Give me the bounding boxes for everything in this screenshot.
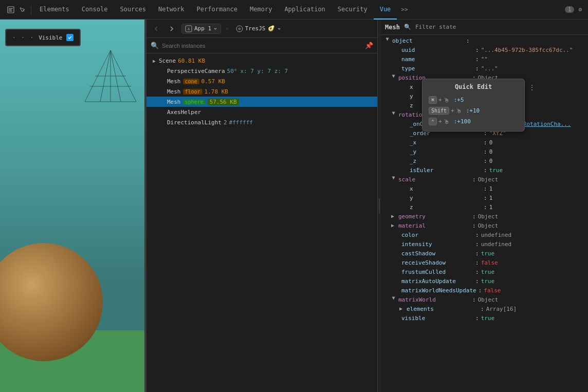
tree-item-camera[interactable]: PerspectiveCamera 50° x: 7 y: 7 z: 7: [146, 66, 377, 76]
scale-z-key: z: [410, 204, 482, 211]
tree-item-light[interactable]: DirectionalLight 2 #ffffff: [146, 117, 377, 127]
material-expand-icon[interactable]: ▶: [391, 222, 396, 228]
search-icon: 🔍: [151, 42, 159, 49]
mau-key: matrixAutoUpdate: [401, 278, 473, 285]
mw-val: Object: [478, 296, 499, 303]
nav-forward-button[interactable]: [166, 23, 177, 34]
position-expand-icon[interactable]: ▶: [391, 75, 397, 80]
pin-icon[interactable]: 📌: [365, 42, 373, 49]
light-hash: #ffffff: [229, 119, 253, 126]
plus-2: +: [451, 107, 454, 114]
intensity-key: intensity: [401, 241, 473, 248]
prop-matrix-world[interactable]: ▶ matrixWorld : Object: [381, 296, 588, 305]
scene-collapse-icon[interactable]: ▶: [151, 57, 158, 64]
floor-size: 1.78 KB: [205, 88, 228, 95]
canvas-resize-handle[interactable]: [144, 20, 146, 392]
quick-edit-row-2[interactable]: Shift + 🖱 :+10: [427, 105, 520, 116]
rot-z-val: 0: [489, 158, 493, 164]
kbd-ctrl: ⌃: [429, 118, 437, 125]
tab-more[interactable]: >>: [397, 0, 412, 20]
color-val: undefined: [481, 232, 512, 238]
tree-item-mesh-floor[interactable]: Mesh floor 1.78 KB: [146, 86, 377, 97]
tree-content: ▶ Scene 60.81 KB PerspectiveCamera 50° x…: [146, 53, 377, 392]
prop-color[interactable]: color : undefined: [381, 231, 588, 240]
prop-type[interactable]: type : "...": [381, 65, 588, 74]
prop-uuid[interactable]: uuid : "...4b45-972b-385fcc67dc..": [381, 46, 588, 55]
prop-scale-y[interactable]: y : 1: [381, 194, 588, 203]
tree-item-mesh-cone[interactable]: Mesh cone 0.57 KB: [146, 76, 377, 86]
scene-label: Scene: [159, 58, 176, 64]
app-selector[interactable]: A App 1: [181, 24, 221, 34]
object-expand-icon[interactable]: ▶: [385, 38, 391, 43]
prop-scale-z[interactable]: z : 1: [381, 203, 588, 213]
tab-application[interactable]: Application: [278, 0, 331, 20]
search-bar: 🔍 📌: [146, 38, 377, 53]
rotation-expand-icon[interactable]: ▶: [391, 112, 397, 117]
prop-cast-shadow[interactable]: castShadow : true: [381, 250, 588, 259]
tab-elements[interactable]: Elements: [33, 0, 76, 20]
elements-panel-icon[interactable]: [6, 5, 15, 14]
devtools-root: Elements Console Sources Network Perform…: [0, 0, 588, 392]
search-input[interactable]: [162, 43, 362, 49]
tab-sources[interactable]: Sources: [114, 0, 152, 20]
tab-badge: 1: [565, 6, 574, 13]
scale-expand-icon[interactable]: ▶: [391, 177, 397, 182]
pos-x-more-btn[interactable]: ⋮: [528, 84, 536, 91]
tab-end: 1 ⚙: [565, 6, 586, 13]
tab-security[interactable]: Security: [332, 0, 374, 20]
nav-back-button[interactable]: [151, 23, 162, 34]
camera-label: PerspectiveCamera: [167, 68, 225, 74]
scale-x-key: x: [410, 185, 482, 192]
visible-val: true: [481, 315, 495, 322]
prop-object[interactable]: ▶ object :: [381, 37, 588, 46]
prop-matrix-world-needs-update[interactable]: matrixWorldNeedsUpdate : false: [381, 287, 588, 296]
tab-performance[interactable]: Performance: [191, 0, 244, 20]
quick-edit-row-3[interactable]: ⌃ + 🖱 :+100: [427, 116, 520, 127]
tres-chevron-icon: [277, 27, 281, 31]
prop-rot-y[interactable]: _y : 0: [381, 148, 588, 157]
tree-panel: A App 1 › TresJS 🥑 🔍 📌: [146, 20, 378, 392]
type-key: type: [401, 65, 473, 72]
prop-rot-z[interactable]: _z : 0: [381, 157, 588, 166]
prop-receive-shadow[interactable]: receiveShadow : false: [381, 259, 588, 268]
tree-item-scene[interactable]: ▶ Scene 60.81 KB: [146, 55, 377, 66]
tab-console[interactable]: Console: [76, 0, 114, 20]
geometry-expand-icon[interactable]: ▶: [391, 213, 396, 219]
prop-scale[interactable]: ▶ scale : Object: [381, 176, 588, 185]
elements-expand-icon[interactable]: ▶: [399, 306, 405, 311]
euler-key: isEuler: [410, 167, 482, 174]
plus-1: +: [438, 97, 442, 103]
quick-edit-row-1[interactable]: ⌘ + 🖱 :+5: [427, 95, 520, 105]
quick-edit-val-1: :+5: [454, 97, 464, 103]
prop-name[interactable]: name : "": [381, 55, 588, 65]
props-search-icon[interactable]: 🔍: [404, 24, 411, 30]
prop-rot-x[interactable]: _x : 0: [381, 139, 588, 148]
prop-frustum-culled[interactable]: frustumCulled : true: [381, 268, 588, 277]
prop-scale-x[interactable]: x : 1: [381, 185, 588, 194]
svg-text:A: A: [188, 27, 190, 31]
tree-item-mesh-sphere[interactable]: Mesh sphere 57.56 KB: [146, 97, 377, 107]
tab-network[interactable]: Network: [152, 0, 191, 20]
canvas-visible-checkbox[interactable]: [66, 34, 74, 41]
camera-fov: 50°: [227, 68, 237, 74]
mw-expand-icon[interactable]: ▶: [391, 297, 397, 302]
prop-material[interactable]: ▶ material : Object: [381, 222, 588, 231]
tree-item-axes[interactable]: AxesHelper: [146, 107, 377, 117]
prop-visible[interactable]: visible : true: [381, 314, 588, 324]
prop-intensity[interactable]: intensity : undefined: [381, 240, 588, 250]
props-content: Quick Edit ⌘ + 🖱 :+5 Shift + 🖱: [381, 35, 588, 392]
uuid-key: uuid: [401, 47, 473, 53]
cone-tag: cone: [183, 79, 199, 84]
sphere-mesh-label: Mesh: [167, 99, 181, 105]
prop-matrix-auto-update[interactable]: matrixAutoUpdate : true: [381, 277, 588, 287]
tres-icon: [236, 25, 243, 32]
pick-element-icon[interactable]: [17, 5, 27, 14]
prop-elements[interactable]: ▶ elements : Array[16]: [381, 305, 588, 314]
tres-selector[interactable]: TresJS 🥑: [233, 24, 284, 33]
tab-memory[interactable]: Memory: [244, 0, 278, 20]
prop-is-euler[interactable]: isEuler : true: [381, 166, 588, 176]
intensity-val: undefined: [481, 241, 512, 248]
tab-vue[interactable]: Vue: [374, 0, 397, 20]
prop-geometry[interactable]: ▶ geometry : Object: [381, 213, 588, 222]
settings-icon[interactable]: ⚙: [578, 6, 582, 13]
